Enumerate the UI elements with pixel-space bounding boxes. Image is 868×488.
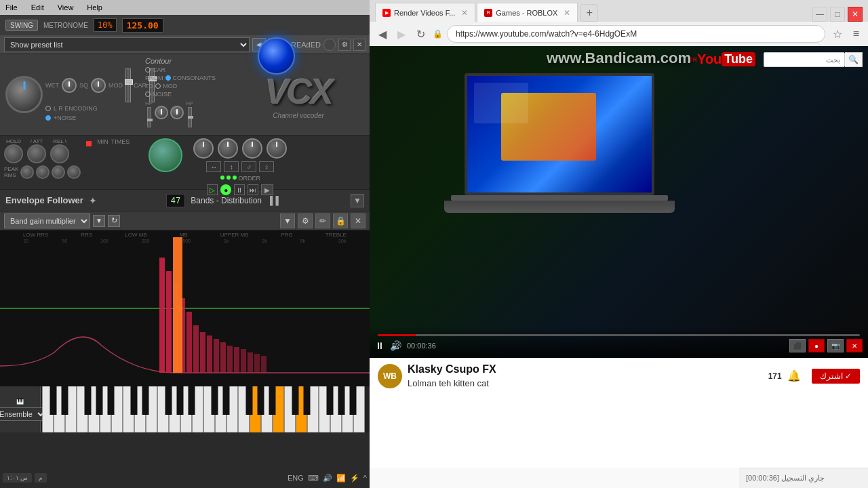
- maximize-btn[interactable]: □: [830, 7, 845, 22]
- ef-settings-btn[interactable]: ▼: [351, 194, 364, 207]
- rms-knob2[interactable]: [52, 165, 65, 179]
- band-close[interactable]: ✕: [351, 214, 366, 228]
- play-pause-btn[interactable]: ⏸: [375, 340, 384, 351]
- main-volume-knob[interactable]: [5, 76, 43, 113]
- wet-knob[interactable]: [62, 78, 77, 93]
- next-btn[interactable]: ⏭: [248, 184, 258, 195]
- piano-keys[interactable]: [41, 386, 370, 432]
- main-env-knob[interactable]: [149, 138, 182, 172]
- video-progress-bar[interactable]: [378, 334, 860, 336]
- daw-panel: File Edit View Help SWING METRONOME 10% …: [0, 0, 370, 488]
- tempo-display[interactable]: 125.00: [122, 18, 163, 33]
- order-knob1[interactable]: [193, 138, 214, 159]
- new-tab-btn[interactable]: +: [580, 4, 598, 22]
- bookmark-btn[interactable]: ☆: [829, 26, 846, 42]
- svg-rect-67: [350, 386, 357, 415]
- win-taskbar: ص ١:٠١ م ENG ⌨ 🔊 📶 ⚡ ^: [0, 468, 370, 488]
- gender-f[interactable]: ♀: [259, 161, 274, 172]
- back-btn[interactable]: ◀: [375, 26, 390, 42]
- band-dropdown2[interactable]: ▼: [280, 214, 295, 228]
- rec-stop-btn[interactable]: ✕: [846, 339, 863, 352]
- arrow-lr[interactable]: ↔: [206, 161, 221, 172]
- peak-knob[interactable]: [20, 165, 34, 179]
- tr-superscript: TR: [689, 56, 697, 63]
- yt-search-btn[interactable]: 🔍: [845, 52, 863, 67]
- att-knob[interactable]: [27, 144, 46, 163]
- tab-roblox-close[interactable]: ✕: [564, 8, 570, 18]
- svg-rect-19: [173, 237, 182, 373]
- hold-knob[interactable]: [4, 144, 23, 163]
- svg-rect-58: [212, 386, 218, 415]
- band-settings[interactable]: ⚙: [298, 214, 313, 228]
- rms-knob3[interactable]: [67, 165, 81, 179]
- order-knob4[interactable]: [267, 138, 287, 159]
- camera-btn[interactable]: 📷: [827, 339, 844, 352]
- order-knob2[interactable]: [218, 138, 238, 159]
- address-bar[interactable]: [447, 25, 825, 43]
- arrow-ud[interactable]: ↕: [224, 161, 239, 172]
- hp-left-slider[interactable]: [147, 107, 151, 127]
- rel-knob[interactable]: [50, 144, 69, 163]
- svg-rect-17: [254, 354, 260, 373]
- forward-btn[interactable]: ▶: [394, 26, 409, 42]
- band-gain-dropdown[interactable]: Band gain multiplier: [4, 214, 90, 228]
- mixer-section: WET SQ MOD CAR: [0, 54, 370, 136]
- sq-knob[interactable]: [91, 78, 106, 93]
- swing-control[interactable]: SWING: [5, 20, 38, 31]
- preset-settings[interactable]: ⚙: [338, 39, 351, 51]
- menu-file[interactable]: File: [3, 3, 20, 12]
- minimize-btn[interactable]: —: [812, 7, 827, 22]
- ef-star-icon[interactable]: ✦: [89, 195, 97, 206]
- close-btn[interactable]: ✕: [848, 7, 863, 22]
- band-refresh[interactable]: ↻: [108, 215, 120, 227]
- contour-mod-radio[interactable]: [155, 83, 161, 89]
- rms-knob1[interactable]: [36, 165, 50, 179]
- menu-edit[interactable]: Edit: [28, 3, 47, 12]
- lr-radio[interactable]: [45, 106, 51, 111]
- blue-circle-button[interactable]: [258, 37, 295, 75]
- band-pencil[interactable]: ✏: [315, 214, 330, 228]
- stop-btn[interactable]: ⏸: [234, 184, 245, 195]
- yt-search-input[interactable]: [764, 52, 845, 67]
- yt-channel-name[interactable]: Lolman teh kitten cat: [408, 378, 496, 388]
- threaded-toggle[interactable]: [323, 39, 336, 51]
- settings-btn[interactable]: ▶: [261, 184, 273, 195]
- hold-label: HOLD: [6, 138, 21, 144]
- yt-channel-icon[interactable]: WB: [378, 364, 402, 388]
- volume-ctrl[interactable]: 🔊: [390, 340, 401, 351]
- band-lock[interactable]: 🔒: [333, 214, 348, 228]
- yt-bell-btn[interactable]: 🔔: [787, 369, 801, 382]
- band-gain-arrow[interactable]: ▼: [93, 215, 105, 227]
- menu-btn[interactable]: ≡: [850, 26, 863, 41]
- yt-video-area[interactable]: www.Bandicam.com: [370, 46, 868, 358]
- hp-right-slider[interactable]: [188, 107, 192, 127]
- mod-fader[interactable]: [125, 68, 131, 102]
- tab-roblox[interactable]: R Games - ROBLOX ✕: [477, 3, 578, 22]
- status-text: جاري التسجيل [00:00:36]: [746, 474, 825, 483]
- menu-help[interactable]: Help: [84, 3, 105, 12]
- noise-radio[interactable]: [45, 115, 51, 121]
- play-btn[interactable]: ▷: [207, 184, 218, 195]
- yt-subscribe-btn[interactable]: اشترك ✓: [812, 369, 860, 384]
- refresh-btn[interactable]: ↻: [413, 26, 429, 42]
- svg-rect-16: [248, 352, 253, 373]
- knob-mid1[interactable]: [155, 106, 168, 119]
- show-desktop[interactable]: ^: [363, 474, 367, 482]
- rec-btn1[interactable]: ⬛: [789, 339, 806, 352]
- svg-rect-66: [338, 386, 345, 415]
- contour-car-radio[interactable]: [145, 67, 151, 73]
- preset-close[interactable]: ✕: [353, 39, 366, 51]
- order-knob3[interactable]: [242, 138, 262, 159]
- tab-render-videos[interactable]: ▶ Render Videos F... ✕: [375, 3, 475, 22]
- preset-dropdown[interactable]: Show preset list: [4, 37, 250, 52]
- taskbar-time: ص ١:٠١: [3, 473, 32, 483]
- contour-consonants-radio[interactable]: [165, 75, 171, 81]
- menu-view[interactable]: View: [55, 3, 77, 12]
- tab-render-close[interactable]: ✕: [461, 8, 468, 18]
- gender-m[interactable]: ♂: [241, 161, 256, 172]
- rec-btn2[interactable]: ●: [808, 339, 825, 352]
- contour-noise-radio[interactable]: [145, 92, 151, 97]
- play-active[interactable]: ●: [220, 184, 231, 195]
- knob-mid2[interactable]: [170, 106, 184, 119]
- ensemble-dropdown[interactable]: Ensemble: [0, 407, 47, 421]
